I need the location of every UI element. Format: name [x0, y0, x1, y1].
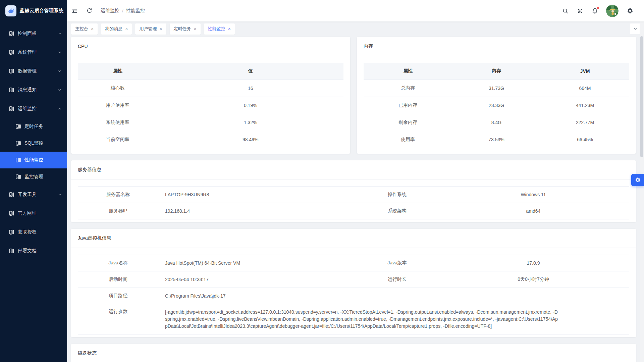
close-icon[interactable]: ×	[194, 27, 197, 31]
whale-logo-icon	[5, 5, 16, 16]
menu-fold-icon[interactable]	[71, 7, 78, 14]
jvm-info-table: Java名称 Java HotSpot(TM) 64-Bit Server VM…	[78, 255, 629, 334]
memory-card-title: 内存	[357, 37, 636, 56]
chevron-down-icon	[633, 27, 638, 31]
sidebar-item-label: 定时任务	[24, 123, 62, 130]
avatar[interactable]	[606, 5, 619, 17]
sidebar-item-system-management[interactable]: 系统管理	[0, 43, 67, 62]
table-cell: 用户使用率	[78, 97, 158, 114]
sidebar-item-monitoring-management[interactable]: 监控管理	[0, 168, 67, 185]
table-cell: 16	[158, 80, 343, 97]
tabstrip: 主控台 × 我的消息 × 用户管理 × 定时任务 × 性能监控 ×	[67, 21, 644, 36]
panel-icon	[9, 248, 14, 254]
panel-icon	[9, 68, 14, 74]
panel-icon	[9, 50, 14, 55]
table-row: 系统使用率 1.32%	[78, 114, 343, 131]
notification-badge	[597, 7, 599, 9]
theme-settings-button[interactable]	[631, 174, 644, 186]
vertical-scrollbar[interactable]	[640, 21, 644, 362]
table-row: 服务器名称 LAPTOP-9H3UN9R8 操作系统 Windows 11	[78, 187, 629, 203]
panel-icon	[9, 229, 14, 235]
disk-status-title: 磁盘状态	[71, 344, 636, 362]
column-header: 值	[158, 63, 343, 80]
tab-label: 性能监控	[208, 26, 225, 32]
close-icon[interactable]: ×	[91, 27, 94, 31]
sidebar-item-label: 获取授权	[18, 229, 62, 235]
close-icon[interactable]: ×	[125, 27, 128, 31]
table-cell: 98.49%	[158, 131, 343, 148]
sidebar-item-data-management[interactable]: 数据管理	[0, 62, 67, 81]
memory-card: 内存 属性 内存 JVM 总内存 31.73G	[357, 37, 636, 154]
tab-scheduled-tasks[interactable]: 定时任务 ×	[170, 23, 201, 35]
table-cell: 使用率	[364, 131, 452, 148]
app-title: 蓝鲸云后台管理系统	[20, 8, 64, 14]
sidebar-item-scheduled-tasks[interactable]: 定时任务	[0, 118, 67, 135]
search-icon[interactable]	[562, 7, 569, 14]
table-cell: 0.19%	[158, 97, 343, 114]
sidebar-item-label: 系统管理	[18, 49, 58, 55]
sidebar-item-label: 部署文档	[18, 248, 62, 254]
server-info-card: 服务器信息 服务器名称 LAPTOP-9H3UN9R8 操作系统 Windows…	[71, 160, 636, 222]
tabs-dropdown-button[interactable]	[630, 23, 641, 34]
topbar: 运维监控 / 性能监控	[67, 0, 644, 21]
panel-icon	[16, 124, 21, 129]
sidebar-item-sql-monitoring[interactable]: SQL监控	[0, 135, 67, 152]
refresh-icon[interactable]	[86, 7, 93, 14]
sidebar-item-performance-monitoring[interactable]: 性能监控	[0, 152, 67, 168]
table-row: 已用内存 23.33G 441.23M	[364, 97, 629, 114]
desc-value: 192.168.1.4	[158, 208, 357, 214]
sidebar-item-official-website[interactable]: 官方网址	[0, 204, 67, 223]
sidebar-item-label: 数据管理	[18, 68, 58, 74]
sidebar-item-control-panel[interactable]: 控制面板	[0, 24, 67, 43]
panel-icon	[9, 211, 14, 216]
column-header: 属性	[364, 63, 452, 80]
desc-value: C:\Program Files\Java\jdk-17	[158, 293, 629, 299]
panel-icon	[16, 141, 21, 146]
gear-icon[interactable]	[627, 7, 633, 14]
chevron-down-icon	[58, 193, 62, 197]
desc-label: 运行时长	[357, 276, 437, 282]
topbar-actions	[562, 5, 633, 17]
sidebar-item-label: 性能监控	[24, 157, 62, 163]
sidebar-item-ops-monitoring[interactable]: 运维监控	[0, 99, 67, 118]
notification-bell[interactable]	[591, 7, 598, 14]
table-cell: 1.32%	[158, 114, 343, 131]
sidebar-item-dev-tools[interactable]: 开发工具	[0, 185, 67, 204]
table-row: Java名称 Java HotSpot(TM) 64-Bit Server VM…	[78, 255, 629, 271]
tab-my-messages[interactable]: 我的消息 ×	[101, 23, 132, 35]
server-info-title: 服务器信息	[71, 160, 636, 179]
desc-value: 2025-05-04 10:33:17	[158, 277, 357, 282]
scrollbar-thumb[interactable]	[640, 36, 643, 157]
desc-label: 运行参数	[78, 304, 158, 315]
table-cell: 66.45%	[541, 131, 629, 148]
sidebar-item-deployment-docs[interactable]: 部署文档	[0, 242, 67, 260]
close-icon[interactable]: ×	[228, 27, 231, 31]
desc-label: 启动时间	[78, 276, 158, 282]
memory-table: 属性 内存 JVM 总内存 31.73G 664M	[364, 63, 629, 148]
desc-value: 17.0.9	[437, 260, 629, 266]
tab-user-management[interactable]: 用户管理 ×	[135, 23, 166, 35]
tab-performance-monitoring[interactable]: 性能监控 ×	[204, 23, 235, 35]
breadcrumb-parent[interactable]: 运维监控	[101, 8, 119, 14]
table-cell: 总内存	[364, 80, 452, 97]
desc-label: 服务器IP	[78, 208, 158, 214]
sidebar-item-get-license[interactable]: 获取授权	[0, 223, 67, 242]
app-root: 蓝鲸云后台管理系统 控制面板 系统管理 数据	[0, 0, 644, 362]
table-row: 用户使用率 0.19%	[78, 97, 343, 114]
panel-icon	[9, 192, 14, 197]
tab-console[interactable]: 主控台 ×	[71, 23, 98, 35]
table-cell: 已用内存	[364, 97, 452, 114]
sidebar-item-message-notification[interactable]: 消息通知	[0, 81, 67, 99]
sidebar-item-label: SQL监控	[24, 140, 62, 146]
desc-label: 服务器名称	[78, 192, 158, 198]
chevron-down-icon	[58, 88, 62, 92]
main-area: 运维监控 / 性能监控	[67, 0, 644, 362]
chevron-down-icon	[58, 69, 62, 73]
table-cell: 222.77M	[541, 114, 629, 131]
table-cell: 8.4G	[452, 114, 541, 131]
table-cell: 核心数	[78, 80, 158, 97]
table-row: 核心数 16	[78, 80, 343, 97]
sidebar-item-label: 开发工具	[18, 192, 58, 198]
fullscreen-icon[interactable]	[577, 7, 583, 14]
close-icon[interactable]: ×	[159, 27, 162, 31]
